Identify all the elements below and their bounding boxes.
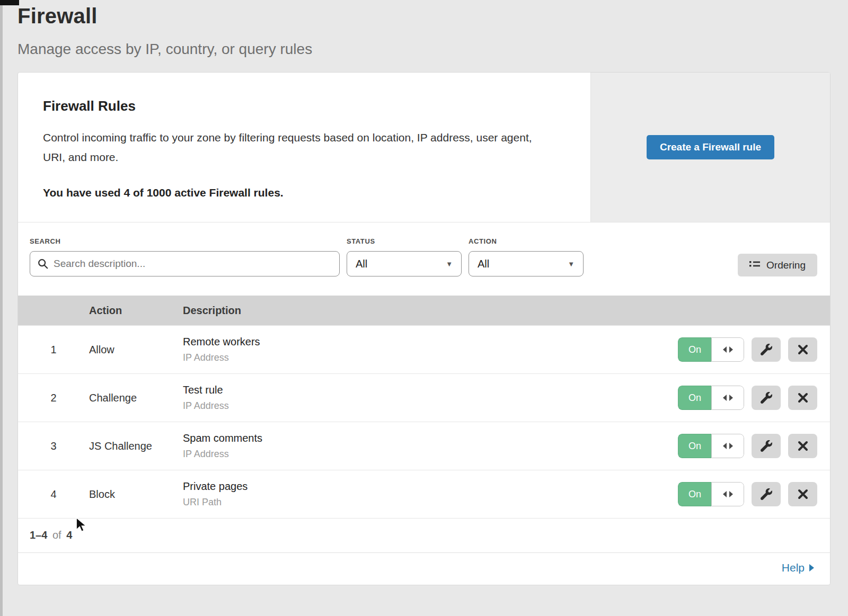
arrow-left-icon: [723, 491, 727, 497]
rule-action: JS Challenge: [89, 440, 183, 452]
rule-description: Private pages: [183, 480, 675, 493]
rule-enabled-toggle[interactable]: On: [678, 482, 744, 506]
rule-enabled-toggle[interactable]: On: [678, 337, 744, 362]
create-rule-panel: Create a Firewall rule: [590, 73, 830, 222]
delete-rule-button[interactable]: [788, 386, 817, 410]
rule-priority: 3: [18, 440, 89, 452]
usage-summary: You have used 4 of 1000 active Firewall …: [43, 186, 553, 199]
intro-heading: Firewall Rules: [43, 98, 553, 114]
rule-controls: On: [675, 386, 830, 410]
rule-match-type: IP Address: [183, 400, 675, 412]
delete-rule-button[interactable]: [788, 482, 817, 506]
arrow-left-icon: [723, 346, 727, 353]
rule-enabled-toggle[interactable]: On: [678, 434, 744, 458]
rule-match-type: IP Address: [183, 449, 675, 460]
wrench-icon: [761, 344, 772, 355]
action-column-header: Action: [89, 305, 183, 317]
toggle-on-segment: On: [678, 482, 711, 506]
pagination-total: 4: [66, 529, 72, 541]
help-arrow-icon: [809, 564, 814, 572]
edit-rule-button[interactable]: [752, 337, 781, 362]
rule-priority: 4: [18, 488, 89, 501]
edit-rule-button[interactable]: [752, 482, 781, 506]
arrow-right-icon: [729, 395, 733, 401]
search-field-wrap: [30, 251, 340, 276]
table-row: 2 Challenge Test rule IP Address On: [18, 373, 830, 422]
chevron-down-icon: ▼: [446, 260, 453, 268]
rule-match-type: URI Path: [183, 497, 675, 508]
rule-controls: On: [675, 337, 830, 362]
help-link[interactable]: Help: [782, 561, 814, 574]
create-firewall-rule-button[interactable]: Create a Firewall rule: [647, 135, 774, 159]
table-row: 1 Allow Remote workers IP Address On: [18, 325, 830, 373]
pagination-bar: 1–4 of 4: [18, 518, 830, 552]
intro-section: Firewall Rules Control incoming traffic …: [18, 73, 830, 222]
edit-rule-button[interactable]: [752, 434, 781, 458]
arrow-right-icon: [729, 346, 733, 353]
search-label: SEARCH: [30, 237, 340, 245]
arrow-left-icon: [723, 395, 727, 401]
mouse-cursor: [75, 517, 89, 533]
x-icon: [798, 392, 808, 403]
rule-action: Challenge: [89, 392, 183, 404]
rule-controls: On: [675, 434, 830, 458]
description-column-header: Description: [183, 305, 675, 317]
rule-action: Allow: [89, 344, 183, 356]
arrow-left-icon: [723, 443, 727, 449]
delete-rule-button[interactable]: [788, 434, 817, 458]
help-link-label: Help: [782, 561, 805, 574]
action-selected-value: All: [478, 258, 489, 270]
intro-description: Control incoming traffic to your zone by…: [43, 128, 546, 167]
status-selected-value: All: [356, 258, 367, 270]
intro-text-block: Firewall Rules Control incoming traffic …: [18, 73, 590, 222]
rule-enabled-toggle[interactable]: On: [678, 386, 744, 410]
toggle-drag-handle[interactable]: [711, 386, 744, 410]
x-icon: [798, 489, 808, 499]
toggle-drag-handle[interactable]: [711, 482, 744, 506]
action-label: ACTION: [469, 237, 584, 245]
screen-corner-artifact: [0, 0, 19, 5]
wrench-icon: [761, 440, 772, 452]
search-input[interactable]: [30, 251, 340, 276]
rule-priority: 2: [18, 392, 89, 404]
arrow-right-icon: [729, 443, 733, 449]
status-label: STATUS: [347, 237, 462, 245]
firewall-rules-card: Firewall Rules Control incoming traffic …: [17, 72, 831, 585]
toggle-drag-handle[interactable]: [711, 337, 744, 362]
ordering-button[interactable]: Ordering: [738, 254, 817, 276]
rule-description: Remote workers: [183, 336, 675, 348]
rule-description-cell: Remote workers IP Address: [183, 336, 675, 363]
card-footer: Help: [18, 552, 830, 585]
rule-description: Spam comments: [183, 432, 675, 444]
x-icon: [798, 344, 808, 355]
rule-controls: On: [675, 482, 830, 506]
toggle-drag-handle[interactable]: [711, 434, 744, 458]
wrench-icon: [761, 488, 772, 500]
search-filter-group: SEARCH: [30, 237, 340, 276]
toggle-on-segment: On: [678, 386, 711, 410]
rule-match-type: IP Address: [183, 352, 675, 363]
filters-bar: SEARCH STATUS All ▼ ACTION All ▼: [18, 222, 830, 296]
ordering-list-icon: [749, 261, 760, 270]
status-filter-group: STATUS All ▼: [347, 237, 462, 276]
table-row: 4 Block Private pages URI Path On: [18, 470, 830, 518]
search-icon: [37, 258, 49, 270]
ordering-button-label: Ordering: [766, 260, 806, 271]
screen-edge-shade: [0, 0, 3, 616]
toggle-on-segment: On: [678, 337, 711, 362]
edit-rule-button[interactable]: [752, 386, 781, 410]
rule-description: Test rule: [183, 384, 675, 396]
chevron-down-icon: ▼: [568, 260, 575, 268]
x-icon: [798, 441, 808, 451]
page-header: Firewall Manage access by IP, country, o…: [0, 0, 848, 58]
rule-action: Block: [89, 488, 183, 501]
pagination-of-label: of: [50, 529, 64, 541]
table-row: 3 JS Challenge Spam comments IP Address …: [18, 422, 830, 470]
rule-description-cell: Test rule IP Address: [183, 384, 675, 412]
action-select[interactable]: All ▼: [469, 251, 584, 276]
arrow-right-icon: [729, 491, 733, 497]
pagination-range: 1–4: [30, 529, 47, 541]
toggle-on-segment: On: [678, 434, 711, 458]
delete-rule-button[interactable]: [788, 337, 817, 362]
status-select[interactable]: All ▼: [347, 251, 462, 276]
